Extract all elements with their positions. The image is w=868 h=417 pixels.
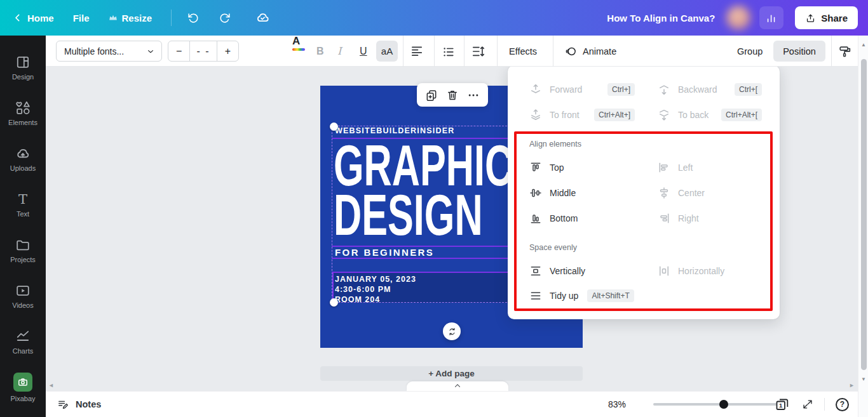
bullet-list-icon bbox=[442, 45, 455, 58]
notes-button[interactable]: Notes bbox=[57, 399, 101, 411]
sidebar-item-text[interactable]: T Text bbox=[0, 182, 46, 227]
rotate-handle[interactable] bbox=[443, 322, 461, 340]
pixabay-icon bbox=[13, 373, 32, 392]
scroll-down-arrow[interactable]: ▼ bbox=[858, 376, 868, 382]
scroll-up-arrow[interactable]: ▲ bbox=[858, 42, 868, 48]
align-left-icon bbox=[658, 161, 670, 174]
duplicate-icon[interactable] bbox=[425, 89, 438, 102]
font-size-stepper: − - - + bbox=[168, 41, 239, 62]
align-center-icon bbox=[658, 187, 670, 199]
align-left-lines-icon bbox=[410, 44, 424, 58]
shortcut-badge: Ctrl+Alt+[ bbox=[721, 109, 762, 121]
more-icon[interactable] bbox=[467, 89, 480, 102]
file-menu-button[interactable]: File bbox=[73, 13, 90, 23]
sidebar-item-charts[interactable]: Charts bbox=[0, 319, 46, 364]
status-bar: Notes 83% 1 ? bbox=[46, 391, 858, 417]
home-label: Home bbox=[27, 13, 54, 23]
italic-button[interactable]: I bbox=[337, 36, 341, 67]
upload-icon bbox=[805, 13, 816, 23]
font-size-value[interactable]: - - bbox=[189, 41, 217, 61]
uppercase-button[interactable]: aA bbox=[376, 41, 398, 62]
svg-text:1: 1 bbox=[779, 402, 783, 409]
font-size-increase[interactable]: + bbox=[217, 41, 238, 61]
back-button[interactable]: Home bbox=[13, 13, 54, 23]
position-menu: Forward Ctrl+] Backward Ctrl+[ To front … bbox=[508, 65, 780, 319]
document-title[interactable]: How To Align in Canva? bbox=[607, 13, 715, 23]
share-button[interactable]: Share bbox=[795, 6, 858, 29]
redo-button[interactable] bbox=[219, 11, 231, 24]
position-button[interactable]: Position bbox=[773, 41, 825, 62]
text-align-button[interactable] bbox=[410, 36, 424, 67]
redo-icon bbox=[219, 11, 231, 24]
bar-chart-icon bbox=[765, 11, 778, 24]
menu-item-align-middle[interactable]: Middle bbox=[529, 183, 635, 203]
shortcut-badge: Ctrl+[ bbox=[735, 83, 762, 96]
line-chart-icon bbox=[15, 329, 31, 344]
top-bar: Home File Resize How To Align in Canva? bbox=[0, 0, 868, 36]
hscroll-right-arrow[interactable]: ► bbox=[849, 382, 855, 388]
sidebar: Design Elements Uploads T Text Projects … bbox=[0, 36, 46, 417]
menu-item-to-back: To back Ctrl+Alt+[ bbox=[658, 105, 762, 125]
shortcut-badge: Ctrl+] bbox=[607, 83, 635, 96]
text-icon: T bbox=[18, 192, 27, 207]
element-border bbox=[332, 138, 510, 139]
element-border bbox=[332, 258, 510, 259]
divider bbox=[171, 10, 172, 26]
chevron-up-icon bbox=[453, 381, 462, 389]
paint-roller-icon bbox=[838, 44, 852, 58]
menu-item-tidy-up[interactable]: Tidy up Alt+Shift+T bbox=[529, 286, 669, 306]
menu-item-backward: Backward Ctrl+[ bbox=[658, 79, 762, 100]
text-color-button[interactable]: A bbox=[292, 36, 305, 67]
sidebar-item-design[interactable]: Design bbox=[0, 44, 46, 90]
menu-item-forward: Forward Ctrl+] bbox=[529, 79, 635, 100]
align-top-icon bbox=[529, 161, 542, 174]
group-button[interactable]: Group bbox=[737, 36, 763, 67]
sidebar-item-videos[interactable]: Videos bbox=[0, 273, 46, 319]
selection-handle-top[interactable] bbox=[330, 122, 338, 131]
selection-handle-bottom[interactable] bbox=[330, 298, 338, 307]
effects-button[interactable]: Effects bbox=[509, 36, 537, 67]
divider bbox=[434, 36, 435, 67]
to-front-icon bbox=[529, 109, 542, 121]
font-family-select[interactable]: Multiple fonts... bbox=[56, 41, 162, 62]
menu-item-align-bottom[interactable]: Bottom bbox=[529, 208, 635, 228]
avatar[interactable] bbox=[726, 6, 750, 30]
hscroll-left-arrow[interactable]: ◄ bbox=[48, 382, 54, 388]
font-size-decrease[interactable]: − bbox=[168, 41, 189, 61]
sidebar-item-elements[interactable]: Elements bbox=[0, 90, 46, 136]
help-button[interactable]: ? bbox=[836, 398, 849, 411]
animate-button[interactable]: Animate bbox=[564, 36, 616, 67]
animate-icon bbox=[564, 45, 577, 58]
copy-style-button[interactable] bbox=[838, 36, 852, 67]
crown-icon bbox=[109, 14, 118, 22]
video-icon bbox=[15, 283, 31, 298]
insights-button[interactable] bbox=[759, 6, 783, 29]
vertical-scrollbar[interactable]: ▲ ▼ bbox=[858, 36, 868, 417]
scrollbar-thumb[interactable] bbox=[861, 59, 867, 370]
divider bbox=[831, 36, 832, 67]
add-page-button[interactable]: + Add page bbox=[320, 366, 583, 381]
trash-icon[interactable] bbox=[446, 89, 459, 102]
sidebar-item-projects[interactable]: Projects bbox=[0, 227, 46, 273]
line-spacing-icon bbox=[471, 44, 485, 58]
zoom-slider-handle[interactable] bbox=[719, 400, 728, 409]
divider bbox=[464, 36, 465, 67]
resize-button[interactable]: Resize bbox=[109, 13, 153, 23]
undo-button[interactable] bbox=[187, 11, 200, 24]
pages-icon[interactable]: 1 bbox=[774, 397, 791, 412]
zoom-slider[interactable] bbox=[653, 403, 780, 406]
menu-item-align-top[interactable]: Top bbox=[529, 157, 635, 178]
menu-item-space-vertically[interactable]: Vertically bbox=[529, 261, 635, 281]
spacing-button[interactable] bbox=[471, 36, 485, 67]
collapse-footer-tab[interactable] bbox=[407, 381, 508, 391]
fullscreen-icon[interactable] bbox=[802, 399, 813, 410]
list-button[interactable] bbox=[442, 36, 455, 67]
underline-button[interactable]: U bbox=[360, 36, 367, 67]
cloud-save-button[interactable] bbox=[255, 11, 270, 25]
element-border bbox=[332, 272, 510, 273]
divider bbox=[497, 36, 498, 67]
menu-item-align-left: Left bbox=[658, 157, 762, 178]
bold-button[interactable]: B bbox=[316, 36, 324, 67]
sidebar-item-uploads[interactable]: Uploads bbox=[0, 136, 46, 182]
sidebar-item-pixabay[interactable]: Pixabay bbox=[0, 364, 46, 410]
